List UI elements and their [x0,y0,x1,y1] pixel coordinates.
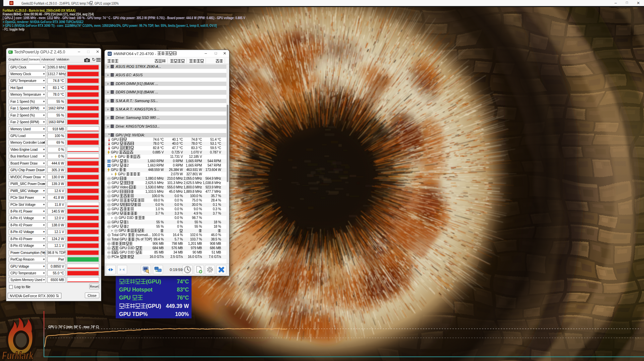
svg-text:GPU 1: 74° C (min: 56° C - max: GPU 1: 74° C (min: 56° C - max: 74° C) [48,325,99,329]
svg-text:FurMark: FurMark [2,349,34,361]
